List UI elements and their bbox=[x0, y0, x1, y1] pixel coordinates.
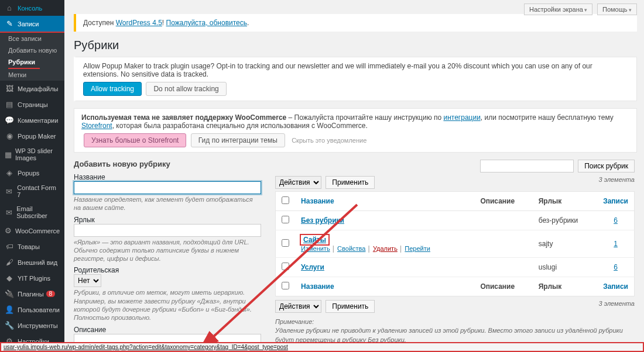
update-notice: Доступен WordPress 4.5! Пожалуйста, обно… bbox=[74, 14, 637, 32]
select-all-checkbox[interactable] bbox=[282, 196, 289, 204]
name-input[interactable] bbox=[74, 181, 261, 194]
mail-icon: ✉ bbox=[5, 187, 13, 196]
action-edit[interactable]: Изменить bbox=[301, 245, 330, 252]
sidebar-item-goods[interactable]: 🏷Товары bbox=[0, 239, 64, 254]
row-checkbox[interactable] bbox=[282, 263, 289, 270]
sidebar-item-plugins[interactable]: 🔌Плагины8 bbox=[0, 286, 64, 302]
mail2-icon: ✉ bbox=[5, 208, 13, 217]
row-checkbox[interactable] bbox=[282, 239, 289, 247]
row-checkbox[interactable] bbox=[282, 216, 289, 223]
sidebar-sub-tags[interactable]: Метки bbox=[0, 69, 64, 81]
row-count-link[interactable]: 6 bbox=[614, 263, 618, 271]
media-icon: 🖼 bbox=[5, 84, 14, 93]
hide-notice-link[interactable]: Скрыть это уведомление bbox=[292, 137, 366, 144]
row-slug: uslugi bbox=[533, 258, 597, 277]
table-row: Услуги uslugi 6 bbox=[276, 258, 635, 277]
add-form-heading: Добавить новую рубрику bbox=[74, 160, 261, 168]
item-count: 3 элемента bbox=[599, 176, 635, 183]
select-all-checkbox-bottom[interactable] bbox=[282, 282, 289, 289]
page-icon: ▤ bbox=[5, 100, 14, 109]
help-button[interactable]: Помощь bbox=[597, 4, 637, 15]
search-button[interactable]: Поиск рубрик bbox=[578, 160, 635, 172]
table-row: Сайты Изменить| Свойства| Удалить| Перей… bbox=[276, 230, 635, 258]
storefront-more-button[interactable]: Узнать больше о Storefront bbox=[84, 133, 186, 147]
sidebar-posts-submenu: Все записи Добавить новую Рубрики Метки bbox=[0, 33, 64, 81]
sidebar-item-contact7[interactable]: ✉Contact Form 7 bbox=[0, 181, 64, 202]
sidebar-item-email-sub[interactable]: ✉Email Subscriber bbox=[0, 202, 64, 223]
deny-tracking-button[interactable]: Do not allow tracking bbox=[146, 82, 226, 96]
row-actions: Изменить| Свойства| Удалить| Перейти bbox=[301, 244, 468, 253]
row-slug: без-рубрики bbox=[533, 211, 597, 230]
item-count-bottom: 3 элемента bbox=[599, 300, 635, 307]
allow-tracking-button[interactable]: Allow tracking bbox=[83, 82, 142, 96]
sidebar-item-yit[interactable]: ◆YIT Plugins bbox=[0, 270, 64, 286]
col-desc[interactable]: Описание bbox=[474, 192, 532, 211]
slug-label: Ярлык bbox=[74, 216, 261, 224]
sidebar-item-media[interactable]: 🖼Медиафайлы bbox=[0, 81, 64, 96]
col-name[interactable]: Название bbox=[295, 192, 474, 211]
plugin-icon: 🔌 bbox=[5, 289, 14, 298]
bulk-bottom: Действия Применить 3 элемента bbox=[275, 300, 635, 313]
search-area: Поиск рубрик bbox=[275, 160, 635, 172]
slider-icon: ▦ bbox=[5, 150, 12, 159]
bulk-apply-button-bottom[interactable]: Применить bbox=[326, 300, 375, 313]
row-count-link[interactable]: 6 bbox=[614, 216, 618, 225]
col-posts[interactable]: Записи bbox=[597, 192, 634, 211]
parent-select[interactable]: Нет bbox=[74, 274, 101, 287]
sidebar-item-appearance[interactable]: 🖌Внешний вид bbox=[0, 254, 64, 270]
integration-guide-button[interactable]: Гид по интеграции темы bbox=[191, 133, 285, 147]
desc-label: Описание bbox=[74, 326, 261, 334]
top-buttons: Настройки экрана Помощь bbox=[522, 4, 637, 15]
name-label: Название bbox=[74, 173, 261, 181]
update-link[interactable]: Пожалуйста, обновитесь bbox=[166, 19, 248, 27]
tag-icon: 🏷 bbox=[5, 242, 14, 251]
slug-desc: «Ярлык» — это вариант названия, подходящ… bbox=[74, 238, 261, 263]
sidebar-item-wp3d[interactable]: ▦WP 3D slider Images bbox=[0, 144, 64, 165]
sidebar-item-popup-maker[interactable]: ◉Popup Maker bbox=[0, 128, 64, 144]
row-name-link[interactable]: Услуги bbox=[301, 263, 324, 271]
storefront-link[interactable]: Storefront bbox=[81, 122, 112, 130]
sidebar-sub-all-posts[interactable]: Все записи bbox=[0, 33, 64, 44]
parent-label: Родительская bbox=[74, 266, 261, 274]
pin-icon: ✎ bbox=[5, 19, 14, 28]
sidebar-item-console[interactable]: ⌂Консоль bbox=[0, 0, 64, 16]
woocommerce-icon: ⚙ bbox=[5, 226, 12, 235]
search-input[interactable] bbox=[480, 160, 574, 172]
bulk-action-select-bottom[interactable]: Действия bbox=[275, 300, 321, 313]
yit-icon: ◆ bbox=[5, 274, 14, 282]
sidebar-item-tools[interactable]: 🔧Инструменты bbox=[0, 318, 64, 333]
parent-desc: Рубрики, в отличие от меток, могут иметь… bbox=[74, 288, 261, 322]
categories-table: Название Описание Ярлык Записи Без рубри… bbox=[275, 191, 635, 296]
action-delete[interactable]: Удалить bbox=[373, 245, 398, 252]
tools-icon: 🔧 bbox=[5, 321, 14, 330]
categories-list-area: Поиск рубрик Действия Применить 3 элемен… bbox=[275, 160, 635, 352]
wp45-link[interactable]: WordPress 4.5 bbox=[116, 19, 162, 27]
sidebar-item-users[interactable]: 👤Пользователи bbox=[0, 302, 64, 318]
sidebar-item-comments[interactable]: 💬Комментарии bbox=[0, 112, 64, 128]
sidebar-sub-categories[interactable]: Рубрики bbox=[8, 56, 40, 69]
table-row: Без рубрики без-рубрики 6 bbox=[276, 211, 635, 230]
row-slug: sajty bbox=[533, 230, 597, 258]
bulk-apply-button[interactable]: Применить bbox=[326, 176, 375, 189]
slug-input[interactable] bbox=[74, 224, 261, 237]
sidebar-item-woocommerce[interactable]: ⚙WooCommerce bbox=[0, 223, 64, 239]
users-icon: 👤 bbox=[5, 305, 14, 314]
col-slug[interactable]: Ярлык bbox=[533, 192, 597, 211]
page-title: Рубрики bbox=[74, 39, 644, 52]
sidebar-item-pages[interactable]: ▤Страницы bbox=[0, 96, 64, 112]
sidebar-item-posts[interactable]: ✎Записи bbox=[0, 16, 64, 33]
bulk-action-select[interactable]: Действия bbox=[275, 176, 321, 189]
screen-options-button[interactable]: Настройки экрана bbox=[524, 4, 592, 15]
row-name-link-sajty[interactable]: Сайты bbox=[303, 236, 326, 244]
sidebar-sub-add-new[interactable]: Добавить новую bbox=[0, 44, 64, 56]
admin-sidebar: ⌂Консоль ✎Записи Все записи Добавить нов… bbox=[0, 0, 64, 352]
popup-tracking-notice: Allow Popup Maker to track plugin usage?… bbox=[74, 57, 637, 101]
comment-icon: 💬 bbox=[5, 116, 14, 125]
row-name-link[interactable]: Без рубрики bbox=[301, 216, 344, 225]
row-count-link[interactable]: 1 bbox=[614, 240, 618, 248]
woocommerce-notice: Используемая тема не заявляет поддержку … bbox=[74, 108, 637, 153]
integration-link[interactable]: интеграции bbox=[443, 113, 480, 122]
sidebar-item-popups[interactable]: ◈Popups bbox=[0, 165, 64, 181]
action-props[interactable]: Свойства bbox=[337, 245, 365, 252]
action-view[interactable]: Перейти bbox=[405, 245, 430, 252]
